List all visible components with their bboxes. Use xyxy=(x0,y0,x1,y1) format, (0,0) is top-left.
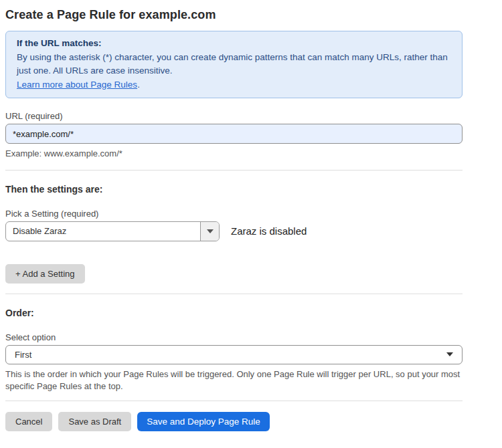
setting-row: Disable Zaraz Zaraz is disabled xyxy=(5,221,463,241)
url-field-label: URL (required) xyxy=(5,111,463,121)
url-input[interactable] xyxy=(5,124,463,144)
link-period: . xyxy=(137,80,140,90)
url-example-text: Example: www.example.com/* xyxy=(5,148,463,160)
setting-select-dropdown-button[interactable] xyxy=(200,222,219,241)
save-and-deploy-button[interactable]: Save and Deploy Page Rule xyxy=(137,412,270,431)
settings-section-heading: Then the settings are: xyxy=(5,184,463,195)
pick-setting-label: Pick a Setting (required) xyxy=(5,209,463,219)
order-select[interactable]: First xyxy=(5,345,463,364)
setting-status-text: Zaraz is disabled xyxy=(231,225,307,237)
order-help-text: This is the order in which your Page Rul… xyxy=(5,368,461,393)
form-actions: Cancel Save as Draft Save and Deploy Pag… xyxy=(5,412,463,431)
info-box-link-line: Learn more about Page Rules. xyxy=(17,78,451,92)
order-section-heading: Order: xyxy=(5,308,463,319)
add-setting-button[interactable]: + Add a Setting xyxy=(5,264,85,284)
page-rule-form: Create a Page Rule for example.com If th… xyxy=(0,0,463,431)
divider xyxy=(5,401,463,401)
setting-select[interactable]: Disable Zaraz xyxy=(5,221,220,241)
divider xyxy=(5,294,463,294)
info-box-heading: If the URL matches: xyxy=(17,37,451,51)
learn-more-link[interactable]: Learn more about Page Rules xyxy=(17,80,137,90)
caret-down-icon xyxy=(207,229,214,233)
order-select-value: First xyxy=(15,350,31,360)
divider xyxy=(5,170,463,171)
caret-down-icon xyxy=(446,352,453,356)
page-title: Create a Page Rule for example.com xyxy=(5,8,463,22)
info-box-body: By using the asterisk (*) character, you… xyxy=(17,51,451,78)
order-select-label: Select option xyxy=(5,332,463,342)
save-as-draft-button[interactable]: Save as Draft xyxy=(58,412,131,431)
url-match-info-box: If the URL matches: By using the asteris… xyxy=(5,31,463,98)
cancel-button[interactable]: Cancel xyxy=(5,412,52,431)
setting-select-value: Disable Zaraz xyxy=(6,222,200,241)
